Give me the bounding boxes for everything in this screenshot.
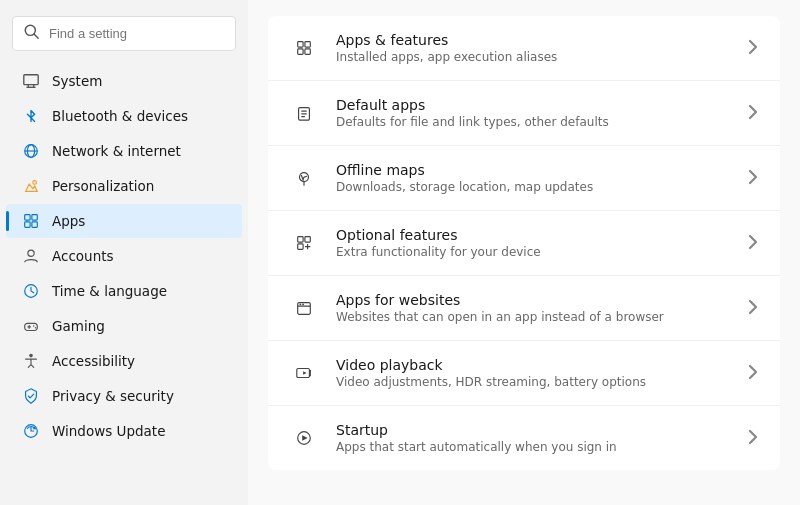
svg-rect-41 (297, 369, 310, 378)
sidebar-item-label-update: Windows Update (52, 423, 165, 439)
video-playback-icon (286, 355, 322, 391)
video-playback-text: Video playbackVideo adjustments, HDR str… (336, 357, 736, 389)
svg-rect-27 (305, 49, 310, 54)
svg-rect-24 (298, 42, 303, 47)
accessibility-icon (22, 352, 40, 370)
svg-marker-42 (303, 371, 307, 375)
update-icon (22, 422, 40, 440)
default-apps-chevron-icon (744, 103, 762, 124)
sidebar-item-network[interactable]: Network & internet (6, 134, 242, 168)
optional-features-icon (286, 225, 322, 261)
settings-row-apps-features[interactable]: Apps & featuresInstalled apps, app execu… (268, 16, 780, 81)
startup-title: Startup (336, 422, 736, 438)
apps-features-chevron-icon (744, 38, 762, 59)
sidebar-item-system[interactable]: System (6, 64, 242, 98)
search-input[interactable] (49, 26, 225, 41)
svg-rect-26 (298, 49, 303, 54)
offline-maps-desc: Downloads, storage location, map updates (336, 180, 736, 194)
video-playback-desc: Video adjustments, HDR streaming, batter… (336, 375, 736, 389)
optional-features-title: Optional features (336, 227, 736, 243)
network-icon (22, 142, 40, 160)
personalization-icon (22, 177, 40, 195)
settings-row-startup[interactable]: StartupApps that start automatically whe… (268, 406, 780, 470)
svg-point-9 (33, 181, 37, 185)
settings-row-optional-features[interactable]: Optional featuresExtra functionality for… (268, 211, 780, 276)
sidebar-item-label-network: Network & internet (52, 143, 181, 159)
optional-features-chevron-icon (744, 233, 762, 254)
main-content: Apps & featuresInstalled apps, app execu… (248, 0, 800, 505)
svg-rect-13 (32, 222, 37, 227)
sidebar-item-privacy[interactable]: Privacy & security (6, 379, 242, 413)
sidebar-item-label-apps: Apps (52, 213, 85, 229)
apps-features-desc: Installed apps, app execution aliases (336, 50, 736, 64)
system-icon (22, 72, 40, 90)
apps-websites-title: Apps for websites (336, 292, 736, 308)
time-icon (22, 282, 40, 300)
accounts-icon (22, 247, 40, 265)
default-apps-title: Default apps (336, 97, 736, 113)
svg-point-14 (28, 250, 34, 256)
settings-row-apps-websites[interactable]: Apps for websitesWebsites that can open … (268, 276, 780, 341)
apps-features-text: Apps & featuresInstalled apps, app execu… (336, 32, 736, 64)
sidebar-item-accounts[interactable]: Accounts (6, 239, 242, 273)
svg-rect-11 (32, 215, 37, 220)
default-apps-text: Default appsDefaults for file and link t… (336, 97, 736, 129)
svg-point-20 (35, 327, 36, 328)
offline-maps-chevron-icon (744, 168, 762, 189)
sidebar-item-label-bluetooth: Bluetooth & devices (52, 108, 188, 124)
sidebar-item-apps[interactable]: Apps (6, 204, 242, 238)
svg-point-40 (302, 304, 304, 306)
bluetooth-icon (22, 107, 40, 125)
sidebar-item-label-system: System (52, 73, 102, 89)
gaming-icon (22, 317, 40, 335)
apps-icon (22, 212, 40, 230)
search-box[interactable] (12, 16, 236, 51)
apps-websites-icon (286, 290, 322, 326)
svg-point-21 (29, 354, 33, 358)
optional-features-text: Optional featuresExtra functionality for… (336, 227, 736, 259)
startup-chevron-icon (744, 428, 762, 449)
sidebar: SystemBluetooth & devicesNetwork & inter… (0, 0, 248, 505)
video-playback-title: Video playback (336, 357, 736, 373)
apps-websites-text: Apps for websitesWebsites that can open … (336, 292, 736, 324)
svg-rect-2 (24, 75, 38, 85)
search-icon (23, 23, 41, 44)
settings-row-offline-maps[interactable]: Offline mapsDownloads, storage location,… (268, 146, 780, 211)
svg-rect-12 (25, 222, 30, 227)
sidebar-item-bluetooth[interactable]: Bluetooth & devices (6, 99, 242, 133)
sidebar-item-label-accounts: Accounts (52, 248, 114, 264)
video-playback-chevron-icon (744, 363, 762, 384)
svg-point-19 (33, 325, 34, 326)
optional-features-desc: Extra functionality for your device (336, 245, 736, 259)
apps-websites-desc: Websites that can open in an app instead… (336, 310, 736, 324)
sidebar-item-accessibility[interactable]: Accessibility (6, 344, 242, 378)
apps-features-icon (286, 30, 322, 66)
sidebar-item-gaming[interactable]: Gaming (6, 309, 242, 343)
startup-icon (286, 420, 322, 456)
offline-maps-text: Offline mapsDownloads, storage location,… (336, 162, 736, 194)
svg-rect-25 (305, 42, 310, 47)
sidebar-item-update[interactable]: Windows Update (6, 414, 242, 448)
nav-list: SystemBluetooth & devicesNetwork & inter… (0, 63, 248, 505)
offline-maps-title: Offline maps (336, 162, 736, 178)
sidebar-item-label-accessibility: Accessibility (52, 353, 135, 369)
startup-text: StartupApps that start automatically whe… (336, 422, 736, 454)
sidebar-item-personalization[interactable]: Personalization (6, 169, 242, 203)
sidebar-item-time[interactable]: Time & language (6, 274, 242, 308)
svg-point-39 (300, 304, 302, 306)
default-apps-desc: Defaults for file and link types, other … (336, 115, 736, 129)
svg-rect-10 (25, 215, 30, 220)
settings-row-video-playback[interactable]: Video playbackVideo adjustments, HDR str… (268, 341, 780, 406)
svg-rect-35 (298, 244, 303, 249)
sidebar-item-label-privacy: Privacy & security (52, 388, 174, 404)
sidebar-item-label-gaming: Gaming (52, 318, 105, 334)
svg-rect-33 (298, 237, 303, 242)
offline-maps-icon (286, 160, 322, 196)
settings-row-default-apps[interactable]: Default appsDefaults for file and link t… (268, 81, 780, 146)
startup-desc: Apps that start automatically when you s… (336, 440, 736, 454)
sidebar-item-label-time: Time & language (52, 283, 167, 299)
apps-websites-chevron-icon (744, 298, 762, 319)
settings-card: Apps & featuresInstalled apps, app execu… (268, 16, 780, 470)
svg-rect-34 (305, 237, 310, 242)
privacy-icon (22, 387, 40, 405)
